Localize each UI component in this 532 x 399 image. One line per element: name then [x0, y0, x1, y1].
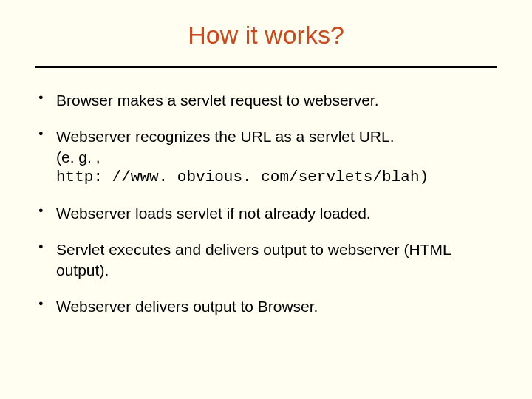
bullet-text: Webserver recognizes the URL as a servle… — [56, 128, 395, 145]
bullet-text: Webserver delivers output to Browser. — [56, 298, 318, 315]
bullet-code: http: //www. obvious. com/servlets/blah) — [56, 167, 497, 187]
divider — [35, 66, 497, 68]
bullet-text: Servlet executes and delivers output to … — [56, 241, 451, 278]
bullet-text: Browser makes a servlet request to webse… — [56, 92, 379, 109]
list-item: Webserver delivers output to Browser. — [35, 296, 497, 316]
slide-title: How it works? — [35, 21, 497, 50]
bullet-text: Webserver loads servlet if not already l… — [56, 205, 371, 222]
bullet-list: Browser makes a servlet request to webse… — [35, 90, 497, 316]
slide: How it works? Browser makes a servlet re… — [0, 0, 532, 399]
list-item: Servlet executes and delivers output to … — [35, 239, 497, 280]
list-item: Webserver loads servlet if not already l… — [35, 203, 497, 223]
bullet-subtext: (e. g. , — [56, 147, 497, 167]
list-item: Browser makes a servlet request to webse… — [35, 90, 497, 110]
list-item: Webserver recognizes the URL as a servle… — [35, 126, 497, 187]
